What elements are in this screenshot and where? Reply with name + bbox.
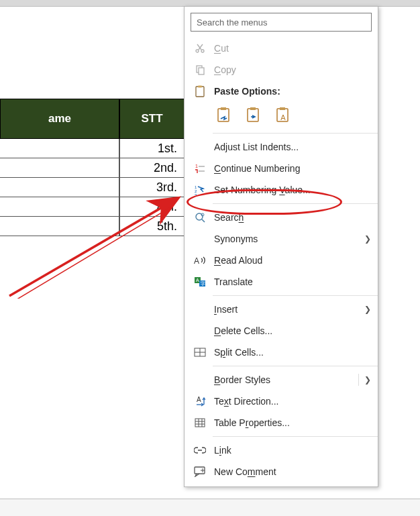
svg-rect-13 (280, 107, 285, 110)
split-cells-icon (193, 346, 207, 359)
cell-name[interactable] (0, 178, 119, 197)
menu-item-label: Cut (214, 43, 371, 54)
search-icon (193, 211, 207, 224)
svg-text:字: 字 (201, 281, 205, 286)
ribbon-strip (0, 0, 420, 6)
scissors-icon (193, 42, 207, 55)
cell-name[interactable] (0, 158, 119, 178)
menu-search-input[interactable] (191, 13, 372, 32)
menu-border-styles[interactable]: Border Styles ❯ (185, 369, 378, 391)
continue-numbering-icon: 1 (193, 162, 207, 175)
menu-item-label: Link (214, 445, 371, 456)
menu-item-label: Synonyms (214, 234, 364, 244)
cell-name[interactable] (0, 217, 119, 236)
menu-insert[interactable]: Insert ❯ (185, 299, 378, 320)
menu-item-label: Border Styles (214, 374, 358, 385)
comment-icon (193, 465, 207, 478)
set-numbering-icon: 123 (193, 183, 207, 197)
menu-item-label: Read Aloud (214, 255, 371, 266)
menu-synonyms[interactable]: Synonyms ❯ (185, 228, 378, 250)
blank-icon (193, 324, 207, 338)
menu-search[interactable]: Search (185, 207, 378, 228)
menu-delete-cells[interactable]: Delete Cells... (185, 320, 378, 342)
menu-item-label: Table Properties... (214, 417, 371, 428)
menu-item-label: Adjust List Indents... (214, 142, 371, 152)
svg-rect-5 (199, 68, 204, 74)
svg-point-2 (196, 50, 199, 52)
menu-cut[interactable]: Cut (185, 38, 378, 59)
paste-text-only-button[interactable]: A (273, 105, 293, 125)
table-row[interactable]: 3rd. (0, 178, 185, 197)
svg-text:A: A (280, 113, 286, 121)
menu-set-numbering-value[interactable]: 123 Set Numbering Value... (185, 179, 378, 201)
table: ame STT 1st. 2nd. 3rd. 4th. 5th. (0, 99, 185, 236)
menu-item-label: Continue Numbering (214, 163, 371, 174)
svg-rect-7 (198, 86, 202, 88)
menu-paste-options-header: Paste Options: (185, 81, 378, 102)
cell-name[interactable] (0, 197, 119, 217)
menu-item-label: Paste Options: (214, 86, 371, 97)
blank-icon (193, 373, 207, 386)
menu-copy[interactable]: Copy (185, 59, 378, 81)
blank-icon (193, 140, 207, 154)
svg-text:A: A (194, 256, 199, 266)
blank-icon (193, 303, 207, 316)
menu-continue-numbering[interactable]: 1 Continue Numbering (185, 158, 378, 179)
cell-stt[interactable]: 4th. (119, 197, 185, 217)
read-aloud-icon: A (193, 254, 207, 267)
svg-rect-9 (221, 107, 226, 110)
cell-stt[interactable]: 2nd. (119, 158, 185, 178)
menu-item-label: Insert (214, 304, 364, 315)
split-separator (358, 374, 359, 386)
text-direction-icon: A (193, 395, 207, 408)
chevron-right-icon: ❯ (364, 305, 371, 314)
table-header-row: ame STT (0, 99, 185, 139)
blank-icon (193, 232, 207, 246)
table-row[interactable]: 1st. (0, 139, 185, 158)
header-name: ame (0, 99, 119, 139)
menu-read-aloud[interactable]: A Read Aloud (185, 250, 378, 271)
chevron-right-icon: ❯ (364, 375, 371, 384)
svg-line-22 (202, 219, 205, 222)
menu-item-label: Delete Cells... (214, 325, 371, 336)
menu-translate[interactable]: A字 Translate (185, 271, 378, 293)
table-row[interactable]: 5th. (0, 217, 185, 236)
table-properties-icon (193, 416, 207, 429)
menu-table-properties[interactable]: Table Properties... (185, 412, 378, 433)
svg-rect-6 (196, 87, 204, 97)
menu-link[interactable]: Link (185, 440, 378, 461)
menu-item-label: Split Cells... (214, 347, 371, 358)
menu-item-label: Text Direction... (214, 396, 371, 407)
header-stt: STT (119, 99, 185, 139)
paste-keep-source-button[interactable] (214, 105, 234, 125)
menu-new-comment[interactable]: New Comment (185, 461, 378, 482)
menu-item-label: Set Numbering Value... (214, 185, 371, 195)
svg-text:A: A (197, 396, 201, 403)
menu-item-label: New Comment (214, 466, 371, 477)
svg-text:A: A (196, 278, 199, 282)
link-icon (193, 444, 207, 457)
menu-item-label: Search (214, 212, 371, 223)
context-menu: Cut Copy Paste Options: A Adjust List In… (184, 6, 378, 487)
menu-split-cells[interactable]: Split Cells... (185, 342, 378, 363)
cell-stt[interactable]: 3rd. (119, 178, 185, 197)
cell-stt[interactable]: 1st. (119, 139, 185, 158)
menu-text-direction[interactable]: A Text Direction... (185, 391, 378, 412)
svg-text:1: 1 (195, 164, 198, 168)
svg-rect-10 (248, 109, 258, 121)
menu-adjust-list-indents[interactable]: Adjust List Indents... (185, 136, 378, 158)
menu-item-label: Translate (214, 276, 371, 287)
cell-name[interactable] (0, 139, 119, 158)
svg-rect-35 (195, 419, 205, 427)
svg-rect-11 (250, 107, 256, 110)
chevron-right-icon: ❯ (364, 234, 371, 244)
clipboard-icon (193, 85, 207, 98)
table-row[interactable]: 2nd. (0, 158, 185, 178)
cell-stt[interactable]: 5th. (119, 217, 185, 236)
menu-item-label: Copy (214, 64, 371, 75)
svg-text:3: 3 (195, 193, 197, 196)
table-row[interactable]: 4th. (0, 197, 185, 217)
svg-point-3 (201, 50, 204, 52)
paste-merge-button[interactable] (244, 105, 264, 125)
svg-rect-8 (218, 109, 229, 121)
